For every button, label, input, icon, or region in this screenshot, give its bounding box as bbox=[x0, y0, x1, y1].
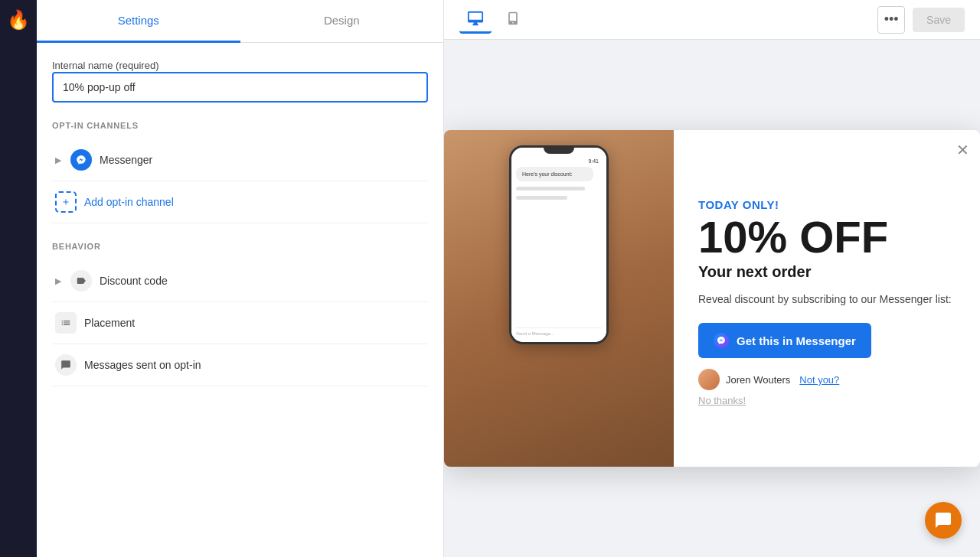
more-options-button[interactable]: ••• bbox=[877, 6, 905, 34]
desktop-view-btn[interactable] bbox=[459, 5, 492, 34]
today-only-text: TODAY ONLY! bbox=[698, 198, 956, 211]
placement-icon bbox=[55, 312, 77, 334]
internal-name-label: Internal name (required) bbox=[52, 60, 158, 71]
next-order-text: Your next order bbox=[698, 263, 956, 281]
tab-settings[interactable]: Settings bbox=[37, 0, 240, 43]
view-toggle bbox=[459, 5, 528, 34]
chevron-icon: ▶ bbox=[55, 155, 61, 165]
get-in-messenger-button[interactable]: Get this in Messenger bbox=[698, 323, 871, 358]
no-thanks-link[interactable]: No thanks! bbox=[698, 395, 956, 406]
app-logo[interactable]: 🔥 bbox=[7, 9, 30, 31]
phone-device: 9:41 Here's your discount: Send a Messag… bbox=[509, 145, 609, 344]
messages-sent-label: Messages sent on opt-in bbox=[84, 359, 201, 371]
not-you-link[interactable]: Not you? bbox=[799, 374, 839, 386]
messenger-btn-label: Get this in Messenger bbox=[737, 334, 856, 347]
user-avatar bbox=[698, 369, 720, 390]
messages-icon bbox=[55, 354, 77, 376]
phone-code-line-2 bbox=[516, 196, 567, 200]
phone-screen: 9:41 Here's your discount: Send a Messag… bbox=[511, 148, 606, 342]
behavior-heading: BEHAVIOR bbox=[52, 242, 428, 251]
messages-sent-item[interactable]: Messages sent on opt-in bbox=[52, 344, 428, 386]
popup-close-button[interactable]: ✕ bbox=[956, 141, 969, 159]
popup-left-panel: 9:41 Here's your discount: Send a Messag… bbox=[444, 130, 674, 467]
messenger-channel-icon bbox=[70, 149, 92, 171]
phone-send-area: Send a Message... bbox=[516, 327, 602, 336]
discount-title: 10% OFF bbox=[698, 214, 956, 261]
sidebar-body: Internal name (required) OPT-IN CHANNELS… bbox=[37, 43, 443, 557]
user-name: Joren Wouters bbox=[726, 374, 790, 386]
main-area: ••• Save ✕ 9:41 Here's your di bbox=[444, 0, 980, 557]
messenger-btn-icon bbox=[714, 333, 729, 348]
popup-preview: ✕ 9:41 Here's your discount: Send bbox=[444, 130, 980, 467]
placement-label: Placement bbox=[84, 317, 135, 329]
placement-item[interactable]: Placement bbox=[52, 302, 428, 344]
phone-code-line bbox=[516, 187, 585, 191]
phone-notch bbox=[544, 148, 574, 154]
add-opt-in-channel[interactable]: Add opt-in channel bbox=[52, 181, 428, 223]
logo-bar: 🔥 bbox=[0, 0, 37, 557]
phone-time: 9:41 bbox=[516, 158, 602, 164]
discount-code-label: Discount code bbox=[100, 275, 168, 287]
chat-fab[interactable] bbox=[925, 502, 962, 539]
add-channel-icon bbox=[55, 191, 77, 213]
save-button[interactable]: Save bbox=[913, 8, 965, 32]
user-row: Joren Wouters Not you? bbox=[698, 369, 956, 390]
discount-chevron-icon: ▶ bbox=[55, 276, 61, 286]
sidebar: Settings Design Internal name (required)… bbox=[37, 0, 444, 557]
topbar-right: ••• Save bbox=[877, 6, 965, 34]
discount-code-item[interactable]: ▶ Discount code bbox=[52, 260, 428, 302]
messenger-label: Messenger bbox=[100, 154, 152, 166]
phone-message-bubble: Here's your discount: bbox=[516, 167, 593, 181]
popup-right-panel: TODAY ONLY! 10% OFF Your next order Reve… bbox=[674, 130, 980, 467]
mobile-view-btn[interactable] bbox=[498, 6, 528, 33]
reveal-text: Reveal discount by subscribing to our Me… bbox=[698, 292, 956, 308]
messenger-channel-item[interactable]: ▶ Messenger bbox=[52, 139, 428, 181]
internal-name-input[interactable] bbox=[52, 72, 428, 103]
tabs-row: Settings Design bbox=[37, 0, 443, 43]
topbar: ••• Save bbox=[444, 0, 980, 40]
chat-fab-icon bbox=[934, 511, 952, 529]
discount-icon bbox=[70, 270, 92, 292]
ellipsis-icon: ••• bbox=[884, 11, 899, 28]
phone-hand-area: 9:41 Here's your discount: Send a Messag… bbox=[444, 130, 674, 467]
add-channel-label: Add opt-in channel bbox=[84, 196, 174, 208]
opt-in-heading: OPT-IN CHANNELS bbox=[52, 121, 428, 130]
tab-design[interactable]: Design bbox=[240, 0, 444, 43]
preview-area: ✕ 9:41 Here's your discount: Send bbox=[444, 40, 980, 557]
